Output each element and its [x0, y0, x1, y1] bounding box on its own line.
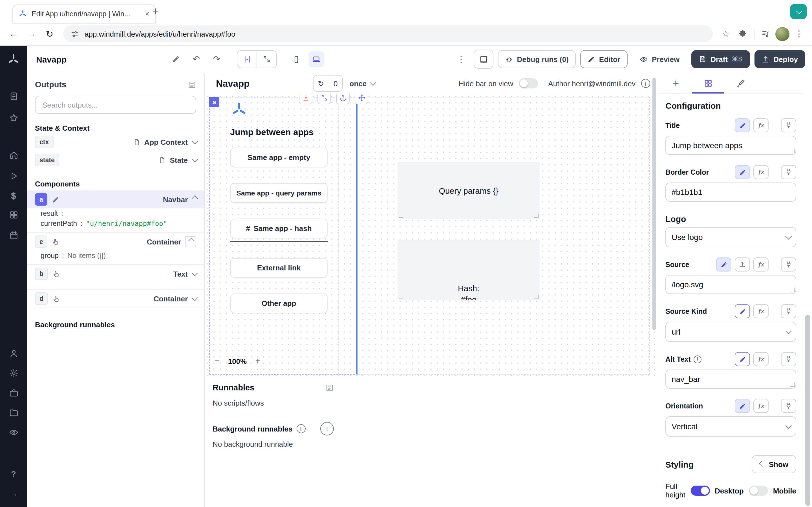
static-edit-icon[interactable] — [735, 352, 750, 366]
schedule-dropdown[interactable]: once — [350, 79, 375, 88]
address-bar[interactable]: app.windmill.dev/apps/edit/u/henri/navap… — [63, 25, 713, 42]
back-icon[interactable]: ← — [6, 26, 21, 42]
fx-icon[interactable]: ƒx — [753, 258, 769, 272]
result-line[interactable]: result: — [35, 209, 196, 219]
gear-icon[interactable] — [7, 367, 20, 379]
resize-handle[interactable] — [790, 149, 795, 153]
media-controls-icon[interactable] — [758, 26, 773, 41]
star-icon[interactable] — [7, 112, 20, 124]
component-row-container-e[interactable]: e Container — [27, 232, 204, 251]
resize-handle[interactable] — [399, 214, 403, 218]
tab-component-settings[interactable] — [692, 73, 724, 94]
move-component-button[interactable] — [355, 94, 368, 104]
browser-tab[interactable]: Edit App u/henri/navapp | Win... × — [12, 4, 156, 23]
nav-link-empty[interactable]: Same app - empty — [230, 148, 327, 167]
clipboard-icon[interactable] — [7, 90, 20, 102]
full-height-toggle[interactable] — [691, 486, 710, 496]
collapse-rail-icon[interactable]: → — [7, 487, 20, 499]
folder-icon[interactable] — [7, 406, 20, 418]
profile-avatar[interactable] — [775, 27, 790, 41]
static-edit-icon[interactable] — [735, 165, 750, 179]
component-row-text-b[interactable]: b Text — [27, 264, 204, 283]
undo-icon[interactable]: ↶ — [188, 51, 204, 67]
static-edit-icon[interactable] — [716, 258, 731, 272]
static-edit-icon[interactable] — [735, 304, 750, 318]
help-icon[interactable]: ? — [7, 467, 20, 480]
selected-navbar-component[interactable]: a — [209, 97, 357, 375]
info-icon[interactable]: i — [694, 355, 702, 363]
close-tab-icon[interactable]: × — [145, 10, 149, 17]
tab-insert[interactable]: + — [660, 73, 692, 94]
fx-icon[interactable]: ƒx — [753, 399, 769, 413]
info-icon[interactable]: i — [641, 79, 650, 88]
home-icon[interactable] — [7, 149, 20, 161]
outputs-list-icon[interactable] — [188, 80, 196, 89]
connect-plug-icon[interactable] — [781, 118, 796, 132]
connect-plug-icon[interactable] — [781, 258, 796, 272]
redo-icon[interactable]: ↷ — [209, 51, 224, 67]
fx-icon[interactable]: ƒx — [753, 118, 769, 132]
toolbox-icon[interactable] — [7, 386, 20, 399]
hash-panel[interactable]: Hash: #foo — [398, 240, 540, 300]
user-icon[interactable] — [7, 347, 20, 359]
canvas[interactable]: a — [205, 94, 658, 376]
title-input[interactable] — [665, 136, 796, 155]
outputs-search[interactable] — [35, 96, 196, 114]
ctx-row[interactable]: ctx App Context — [27, 133, 204, 151]
chevron-down-icon[interactable] — [192, 156, 198, 163]
hide-bar-toggle[interactable] — [519, 78, 538, 89]
desktop-view-icon[interactable] — [308, 51, 324, 67]
refresh-count[interactable]: 0 — [328, 75, 342, 91]
query-params-panel[interactable]: Query params {} — [398, 162, 540, 219]
desktop-mobile-toggle[interactable] — [749, 486, 768, 496]
upload-icon[interactable] — [735, 258, 750, 272]
resize-handle[interactable] — [534, 295, 539, 299]
styling-show-button[interactable]: Show — [752, 455, 796, 473]
tab-theme-brush[interactable] — [724, 73, 756, 94]
draft-button[interactable]: Draft ⌘S — [691, 50, 750, 68]
extensions-icon[interactable] — [735, 26, 750, 41]
reload-icon[interactable]: ↻ — [42, 26, 57, 42]
runnables-list-icon[interactable] — [325, 383, 334, 392]
search-input[interactable] — [41, 100, 190, 110]
debug-runs-button[interactable]: Debug runs (0) — [498, 50, 576, 68]
resources-icon[interactable] — [7, 209, 20, 221]
windmill-logo[interactable] — [7, 54, 20, 66]
border-color-input[interactable] — [665, 182, 796, 202]
logo-select[interactable]: Use logo — [665, 227, 796, 247]
connect-plug-icon[interactable] — [781, 165, 796, 179]
resize-handle[interactable] — [399, 295, 403, 299]
fx-icon[interactable]: ƒx — [753, 304, 769, 318]
component-row-navbar[interactable]: a Navbar — [27, 190, 204, 209]
editor-button[interactable]: Editor — [580, 50, 627, 68]
deploy-button[interactable]: Deploy — [754, 50, 805, 68]
insert-component-button[interactable] — [299, 94, 312, 104]
more-menu-icon[interactable]: ⋮ — [453, 51, 469, 67]
static-edit-icon[interactable] — [735, 118, 750, 132]
source-kind-select[interactable]: url — [665, 322, 796, 342]
expand-canvas-button[interactable] — [257, 51, 276, 68]
edit-pencil-icon[interactable] — [52, 196, 59, 203]
rename-pencil-icon[interactable] — [168, 51, 184, 67]
chevron-up-icon[interactable] — [192, 195, 198, 202]
schedules-calendar-icon[interactable] — [7, 229, 20, 241]
canvas-scrollbar[interactable] — [652, 78, 656, 330]
orientation-select[interactable]: Vertical — [665, 416, 796, 437]
resize-handle[interactable] — [790, 383, 795, 387]
static-edit-icon[interactable] — [735, 399, 750, 413]
chevron-down-icon[interactable] — [192, 295, 198, 301]
fx-icon[interactable]: ƒx — [753, 165, 769, 179]
nav-link-external[interactable]: External link — [230, 258, 327, 278]
nav-link-other-app[interactable]: Other app — [230, 293, 327, 313]
preview-button[interactable]: Preview — [632, 50, 687, 68]
connect-plug-icon[interactable] — [781, 399, 796, 413]
new-tab-button[interactable]: + — [152, 5, 158, 17]
bookmark-star-icon[interactable]: ☆ — [718, 26, 733, 41]
add-background-runnable-button[interactable]: + — [320, 422, 334, 436]
resize-handle[interactable] — [534, 214, 539, 218]
component-row-container-d[interactable]: d Container — [27, 289, 204, 308]
resize-handle[interactable] — [790, 288, 795, 292]
runs-play-icon[interactable] — [7, 170, 20, 182]
nav-link-query-params[interactable]: Same app - query params — [230, 183, 327, 203]
mobile-view-icon[interactable] — [288, 51, 304, 67]
